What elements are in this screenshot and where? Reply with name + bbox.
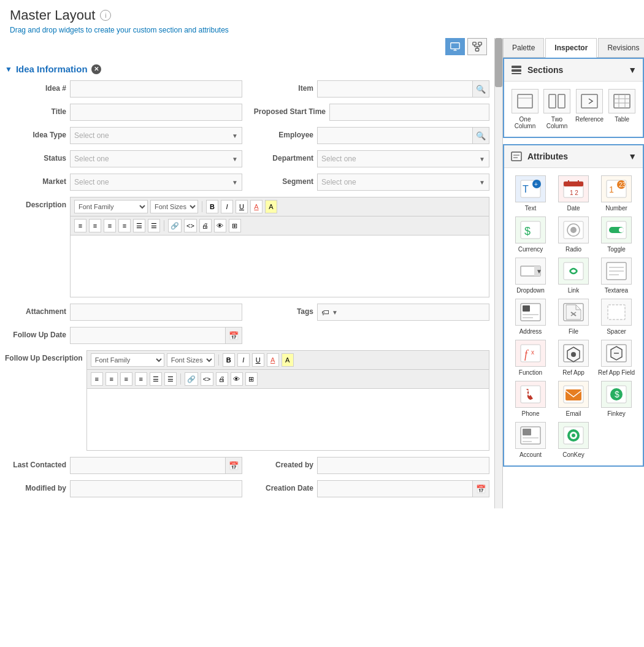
follow-bold-button[interactable]: B bbox=[223, 353, 235, 367]
employee-input[interactable] bbox=[317, 127, 472, 144]
tab-inspector[interactable]: Inspector bbox=[545, 38, 597, 58]
attr-text[interactable]: T+ Text bbox=[512, 175, 550, 212]
fu-align-left-btn[interactable]: ≡ bbox=[91, 372, 103, 386]
fu-print-btn[interactable]: 🖨 bbox=[216, 372, 228, 386]
description-font-sizes[interactable]: Font Sizes81012141618 bbox=[150, 200, 198, 213]
modified-by-input[interactable] bbox=[70, 480, 242, 497]
code-btn[interactable]: <> bbox=[184, 219, 197, 232]
tab-palette[interactable]: Palette bbox=[503, 38, 544, 57]
attr-address[interactable]: Address bbox=[512, 299, 550, 335]
idea-type-select[interactable]: Select one ▼ bbox=[70, 127, 242, 144]
eye-btn[interactable]: 👁 bbox=[214, 219, 226, 232]
attr-conkey[interactable]: ConKey bbox=[554, 422, 592, 458]
section-item-two-column[interactable]: Two Column bbox=[543, 89, 570, 129]
last-contacted-calendar[interactable]: 📅 bbox=[225, 457, 242, 474]
fu-align-right-btn[interactable]: ≡ bbox=[120, 372, 132, 386]
svg-point-67 bbox=[571, 352, 576, 357]
last-contacted-input[interactable] bbox=[70, 457, 225, 474]
hierarchy-view-button[interactable] bbox=[467, 38, 487, 55]
toolbar-sep-3 bbox=[218, 354, 219, 366]
follow-up-description-body[interactable] bbox=[87, 389, 489, 450]
attributes-collapse[interactable]: ▼ bbox=[628, 151, 637, 161]
item-input[interactable] bbox=[317, 80, 472, 98]
description-font-family[interactable]: Font FamilyArialTimes New RomanCourier bbox=[74, 200, 148, 213]
desktop-view-button[interactable] bbox=[445, 38, 465, 55]
attr-finkey[interactable]: $ Finkey bbox=[597, 381, 635, 417]
align-right-btn[interactable]: ≡ bbox=[104, 219, 116, 232]
fu-link-btn[interactable]: 🔗 bbox=[185, 372, 198, 386]
attr-dropdown[interactable]: ▼ Dropdown bbox=[512, 258, 550, 294]
attr-ref-app[interactable]: Ref App bbox=[554, 340, 592, 376]
underline-button[interactable]: U bbox=[236, 200, 248, 213]
fu-table-btn[interactable]: ⊞ bbox=[245, 372, 258, 386]
table-btn[interactable]: ⊞ bbox=[229, 219, 241, 232]
attr-toggle[interactable]: Toggle bbox=[597, 216, 635, 253]
fu-align-center-btn[interactable]: ≡ bbox=[105, 372, 118, 386]
attr-spacer[interactable]: Spacer bbox=[597, 299, 635, 335]
follow-underline-button[interactable]: U bbox=[252, 353, 264, 367]
list-ol-btn[interactable]: ☰ bbox=[148, 219, 160, 232]
align-center-btn[interactable]: ≡ bbox=[89, 219, 101, 232]
proposed-start-input[interactable] bbox=[329, 104, 489, 121]
section-item-table[interactable]: Table bbox=[608, 89, 635, 129]
section-chevron[interactable]: ▼ bbox=[5, 65, 12, 74]
title-input[interactable] bbox=[70, 104, 242, 121]
tags-control[interactable]: 🏷 ▼ bbox=[317, 304, 489, 321]
created-by-input[interactable] bbox=[317, 457, 489, 474]
creation-date-calendar[interactable]: 📅 bbox=[472, 480, 489, 497]
attr-phone[interactable]: Phone bbox=[512, 381, 550, 417]
status-select[interactable]: Select one ▼ bbox=[70, 150, 242, 167]
fu-code-btn[interactable]: <> bbox=[201, 372, 213, 386]
follow-bg-color-button[interactable]: A bbox=[282, 353, 294, 367]
align-left-btn[interactable]: ≡ bbox=[74, 219, 86, 232]
tab-revisions[interactable]: Revisions bbox=[598, 38, 644, 57]
align-justify-btn[interactable]: ≡ bbox=[118, 219, 131, 232]
bold-button[interactable]: B bbox=[206, 200, 218, 213]
fu-list-ol-btn[interactable]: ☰ bbox=[164, 372, 177, 386]
follow-up-font-sizes[interactable]: Font Sizes81012141618 bbox=[167, 353, 215, 367]
attr-file[interactable]: File bbox=[554, 299, 592, 335]
follow-up-date-calendar[interactable]: 📅 bbox=[225, 327, 242, 344]
attr-email[interactable]: Email bbox=[554, 381, 592, 417]
section-close-button[interactable]: ✕ bbox=[91, 64, 101, 74]
section-item-reference[interactable]: Reference bbox=[575, 89, 604, 129]
description-body[interactable] bbox=[71, 235, 489, 297]
link-btn[interactable]: 🔗 bbox=[168, 219, 182, 232]
scrollbar[interactable] bbox=[494, 38, 503, 508]
employee-search-button[interactable]: 🔍 bbox=[472, 127, 489, 144]
department-select[interactable]: Select one ▼ bbox=[317, 150, 489, 167]
attr-radio[interactable]: Radio bbox=[554, 216, 592, 253]
list-ul-btn[interactable]: ☰ bbox=[133, 219, 145, 232]
follow-italic-button[interactable]: I bbox=[237, 353, 250, 367]
attr-number[interactable]: 123 Number bbox=[597, 175, 635, 212]
follow-up-date-input[interactable] bbox=[70, 327, 225, 344]
info-icon[interactable]: i bbox=[100, 10, 111, 21]
attr-link[interactable]: Link bbox=[554, 258, 592, 294]
market-select[interactable]: Select one ▼ bbox=[70, 174, 242, 191]
attr-ref-app-field[interactable]: Ref App Field bbox=[597, 340, 635, 376]
fu-align-justify-btn[interactable]: ≡ bbox=[135, 372, 147, 386]
attr-currency[interactable]: $ Currency bbox=[512, 216, 550, 253]
attr-textarea[interactable]: Textarea bbox=[597, 258, 635, 294]
segment-select[interactable]: Select one ▼ bbox=[317, 174, 489, 191]
follow-up-font-family[interactable]: Font FamilyArialTimes New RomanCourier bbox=[91, 353, 164, 367]
fu-list-ul-btn[interactable]: ☰ bbox=[150, 372, 162, 386]
attr-function[interactable]: fx Function bbox=[512, 340, 550, 376]
idea-num-input[interactable] bbox=[70, 80, 242, 98]
scrollbar-thumb[interactable] bbox=[495, 38, 502, 87]
sections-collapse[interactable]: ▼ bbox=[628, 65, 637, 75]
print-btn[interactable]: 🖨 bbox=[199, 219, 212, 232]
attr-date[interactable]: 1 2 Date bbox=[554, 175, 592, 212]
section-item-one-column[interactable]: One Column bbox=[512, 89, 539, 129]
market-label: Market bbox=[5, 174, 66, 186]
fu-eye-btn[interactable]: 👁 bbox=[231, 372, 243, 386]
item-search-button[interactable]: 🔍 bbox=[472, 80, 489, 98]
follow-font-color-button[interactable]: A bbox=[267, 353, 279, 367]
status-value: Select one bbox=[74, 155, 109, 163]
attachment-input[interactable] bbox=[70, 304, 242, 321]
italic-button[interactable]: I bbox=[221, 200, 233, 213]
attr-account[interactable]: Account bbox=[512, 422, 550, 458]
font-color-button[interactable]: A bbox=[250, 200, 263, 213]
bg-color-button[interactable]: A bbox=[265, 200, 277, 213]
creation-date-input[interactable] bbox=[317, 480, 472, 497]
